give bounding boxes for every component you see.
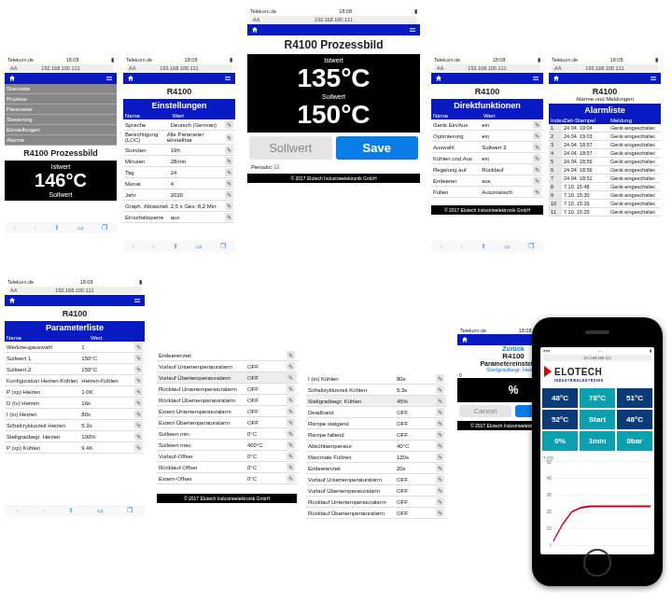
edit-icon[interactable]: ✎	[134, 443, 143, 452]
edit-icon[interactable]: ✎	[134, 387, 143, 396]
table-row[interactable]: Tag24✎	[123, 167, 235, 178]
table-row[interactable]: Sollwert max.400°C✎	[157, 440, 297, 451]
edit-icon[interactable]: ✎	[436, 374, 444, 383]
edit-icon[interactable]: ✎	[436, 497, 444, 506]
edit-icon[interactable]: ✎	[226, 133, 233, 142]
edit-icon[interactable]: ✎	[225, 157, 233, 165]
alarm-row[interactable]: 424.04. 18:57Gerät eingeschaltet	[549, 149, 661, 158]
edit-icon[interactable]: ✎	[134, 343, 143, 351]
share-icon[interactable]: ⇪	[54, 224, 60, 231]
edit-icon[interactable]: ✎	[533, 188, 541, 196]
table-row[interactable]: P (xp) Heizen1.0K✎	[5, 386, 145, 398]
edit-icon[interactable]: ✎	[436, 419, 444, 427]
edit-icon[interactable]: ✎	[287, 418, 295, 427]
back-icon[interactable]: ‹	[14, 225, 16, 231]
edit-icon[interactable]: ✎	[436, 430, 444, 439]
menu-icon[interactable]	[409, 26, 416, 34]
home-icon[interactable]	[251, 26, 259, 34]
fwd-icon[interactable]: ›	[34, 225, 35, 231]
edit-icon[interactable]: ✎	[134, 421, 143, 429]
tile-z4-temp[interactable]: 52°C	[542, 410, 578, 429]
alarm-row[interactable]: 324.04. 18:57Gerät eingeschaltet	[549, 141, 661, 149]
tile-z3-temp[interactable]: 51°C	[617, 388, 652, 408]
table-row[interactable]: Extern UntertemperaturalarmOFF✎	[157, 406, 297, 417]
table-row[interactable]: Stellgradbegr. Kühlen45%✎	[306, 396, 446, 407]
table-row[interactable]: Schaltzykluszeit Kühlen5.3s✎	[306, 385, 446, 396]
edit-icon[interactable]: ✎	[134, 376, 143, 385]
table-row[interactable]: Konfiguration Heizen-KühlenHeizen-Kühlen…	[5, 375, 145, 386]
table-row[interactable]: Optimierungein✎	[431, 131, 543, 142]
table-row[interactable]: Sollwert min.0°C✎	[157, 428, 297, 440]
edit-icon[interactable]: ✎	[134, 410, 143, 418]
alarm-row[interactable]: 117.10. 15:25Gerät eingeschaltet	[549, 208, 661, 217]
table-row[interactable]: Maximale Füllzeit120s✎	[306, 452, 446, 463]
periodic-toggle[interactable]: Periodic: ☑	[251, 163, 416, 170]
table-row[interactable]: Vorlauf-Offset0°C✎	[157, 451, 297, 462]
edit-icon[interactable]: ✎	[225, 168, 233, 176]
table-row[interactable]: Minuten28min✎	[123, 156, 235, 167]
table-row[interactable]: I (tn) Heizen80s✎	[5, 409, 145, 420]
table-row[interactable]: Sollwert 2150°C✎	[5, 364, 145, 375]
alarm-row[interactable]: 624.04. 18:56Gerät eingeschaltet	[549, 166, 661, 175]
alarm-row[interactable]: 124.04. 19:04Gerät eingeschaltet	[549, 124, 661, 133]
table-row[interactable]: Stunden19h✎	[123, 145, 235, 156]
menu-item-steuerung[interactable]: Steuerung	[5, 115, 117, 125]
table-row[interactable]: Extern-Offset0°C✎	[157, 473, 297, 484]
edit-icon[interactable]: ✎	[287, 463, 295, 471]
menu-item-prozess[interactable]: Prozess	[5, 94, 117, 105]
menu-item-einstellungen[interactable]: Einstellungen	[5, 125, 117, 135]
table-row[interactable]: Vorlauf ÜbertemperaturalarmOFF✎	[306, 485, 446, 497]
url-bar[interactable]: AA192.168.100.111	[552, 64, 658, 72]
table-row[interactable]: D (tv) Heizen16s✎	[5, 398, 145, 409]
table-row[interactable]: DeadbandOFF✎	[306, 407, 446, 418]
edit-icon[interactable]: ✎	[225, 213, 233, 221]
alarm-row[interactable]: 524.04. 18:56Gerät eingeschaltet	[549, 158, 661, 166]
edit-icon[interactable]: ✎	[287, 362, 295, 371]
url-bar[interactable]: AA192.168.100.111	[434, 64, 540, 72]
tile-z1-temp[interactable]: 48°C	[542, 388, 578, 408]
table-row[interactable]: Jahr2020✎	[123, 189, 235, 201]
edit-icon[interactable]: ✎	[225, 146, 233, 154]
edit-icon[interactable]: ✎	[436, 509, 444, 517]
table-row[interactable]: Regelung aufRücklauf✎	[431, 164, 543, 175]
edit-icon[interactable]: ✎	[533, 132, 541, 140]
edit-icon[interactable]: ✎	[225, 120, 233, 129]
url-bar[interactable]: AA192.168.100.111	[7, 287, 142, 294]
home-icon[interactable]	[8, 297, 16, 304]
alarm-row[interactable]: 724.04. 18:51Gerät eingeschaltet	[549, 175, 661, 183]
edit-icon[interactable]: ✎	[225, 202, 233, 210]
tabs-icon[interactable]: ❐	[102, 224, 107, 231]
table-row[interactable]: Vorlauf UntertemperaturalarmOFF✎	[306, 474, 446, 485]
edit-icon[interactable]: ✎	[134, 354, 143, 362]
edit-icon[interactable]: ✎	[533, 176, 541, 185]
table-row[interactable]: Extern ÜbertemperaturalarmOFF✎	[157, 417, 297, 428]
table-row[interactable]: Kühlen und Ausein✎	[431, 153, 543, 164]
table-row[interactable]: Rücklauf UntertemperaturalarmOFF✎	[157, 384, 297, 395]
table-row[interactable]: Einschaltsperreaus✎	[123, 212, 235, 223]
table-row[interactable]: Monat4✎	[123, 178, 235, 189]
edit-icon[interactable]: ✎	[287, 373, 295, 382]
tile-z2-temp[interactable]: 78°C	[580, 388, 615, 408]
home-icon[interactable]	[8, 75, 16, 82]
edit-icon[interactable]: ✎	[287, 396, 295, 404]
table-row[interactable]: Rücklauf UntertemperaturalarmOFF✎	[306, 497, 446, 508]
table-row[interactable]: Rampe fallendOFF✎	[306, 429, 446, 441]
edit-icon[interactable]: ✎	[287, 429, 295, 438]
menu-item-parameter[interactable]: Parameter	[5, 105, 117, 115]
edit-icon[interactable]: ✎	[533, 165, 541, 174]
edit-icon[interactable]: ✎	[287, 351, 295, 359]
url-bar[interactable]: 192.168.100.111	[543, 355, 651, 361]
edit-icon[interactable]: ✎	[134, 399, 143, 407]
alarm-row[interactable]: 107.10. 15:26Gerät eingeschaltet	[549, 200, 661, 208]
home-icon[interactable]	[461, 336, 469, 343]
edit-icon[interactable]: ✎	[436, 385, 444, 394]
home-icon[interactable]	[435, 75, 442, 82]
table-row[interactable]: Rücklauf-Offset0°C✎	[157, 462, 297, 473]
tile-time[interactable]: 1min	[580, 431, 615, 451]
table-row[interactable]: Entleerenaus✎	[431, 175, 543, 187]
menu-icon[interactable]	[224, 75, 231, 82]
tile-pct[interactable]: 0%	[542, 431, 578, 451]
home-icon[interactable]	[127, 75, 134, 82]
edit-icon[interactable]: ✎	[436, 408, 444, 416]
edit-icon[interactable]: ✎	[533, 120, 541, 129]
